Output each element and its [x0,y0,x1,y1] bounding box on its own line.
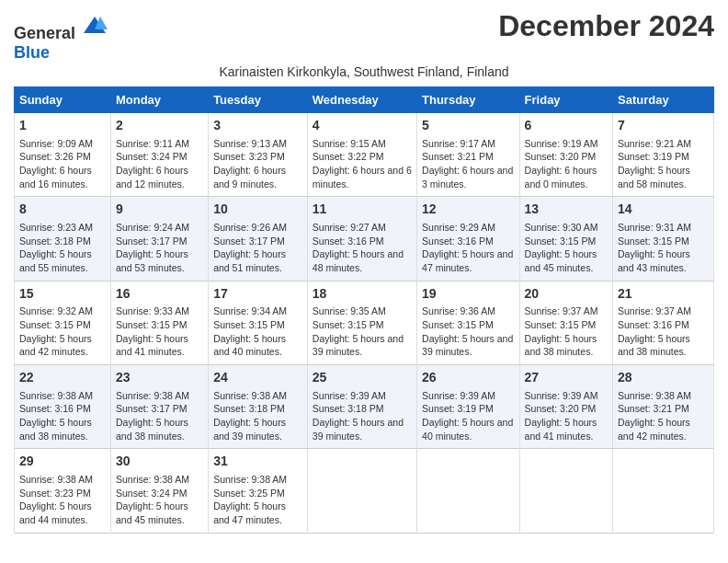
daylight-text: Daylight: 5 hours and 48 minutes. [313,248,404,273]
sunset-text: Sunset: 3:20 PM [525,151,597,162]
daylight-text: Daylight: 5 hours and 45 minutes. [525,248,597,273]
sunrise-text: Sunrise: 9:38 AM [19,474,93,485]
day-number: 26 [422,369,515,387]
sunrise-text: Sunrise: 9:39 AM [313,390,386,401]
daylight-text: Daylight: 5 hours and 38 minutes. [19,417,92,442]
sunset-text: Sunset: 3:16 PM [422,236,494,247]
sunset-text: Sunset: 3:15 PM [116,319,188,330]
calendar-cell [307,449,416,533]
calendar-cell: 24Sunrise: 9:38 AMSunset: 3:18 PMDayligh… [209,365,308,449]
sunset-text: Sunset: 3:15 PM [618,236,689,247]
day-number: 10 [213,201,302,219]
logo-general: General [14,24,75,42]
calendar-week-row: 1Sunrise: 9:09 AMSunset: 3:26 PMDaylight… [15,113,714,197]
calendar-cell: 2Sunrise: 9:11 AMSunset: 3:24 PMDaylight… [110,113,208,197]
sunset-text: Sunset: 3:16 PM [618,319,689,330]
daylight-text: Daylight: 5 hours and 43 minutes. [618,248,690,273]
calendar-cell: 26Sunrise: 9:39 AMSunset: 3:19 PMDayligh… [417,365,520,449]
sunset-text: Sunset: 3:15 PM [525,319,597,330]
sunrise-text: Sunrise: 9:33 AM [116,305,189,316]
sunrise-text: Sunrise: 9:38 AM [116,474,189,485]
sunrise-text: Sunrise: 9:39 AM [422,390,495,401]
daylight-text: Daylight: 5 hours and 51 minutes. [213,248,286,273]
daylight-text: Daylight: 5 hours and 53 minutes. [116,248,188,273]
sunset-text: Sunset: 3:20 PM [525,403,597,414]
day-number: 31 [213,453,302,471]
day-number: 11 [313,201,412,219]
sunset-text: Sunset: 3:15 PM [313,319,384,330]
calendar-cell: 5Sunrise: 9:17 AMSunset: 3:21 PMDaylight… [417,113,520,197]
sunrise-text: Sunrise: 9:19 AM [525,138,598,149]
column-header-wednesday: Wednesday [307,87,416,113]
page-header: General Blue December 2024 [14,9,714,63]
daylight-text: Daylight: 6 hours and 9 minutes. [213,165,286,190]
day-number: 6 [525,117,608,135]
sunset-text: Sunset: 3:22 PM [313,151,384,162]
calendar-header-row: SundayMondayTuesdayWednesdayThursdayFrid… [15,87,714,113]
sunrise-text: Sunrise: 9:36 AM [422,305,495,316]
column-header-thursday: Thursday [417,87,520,113]
day-number: 4 [313,117,412,135]
calendar-cell: 15Sunrise: 9:32 AMSunset: 3:15 PMDayligh… [15,281,111,364]
day-number: 24 [213,369,302,387]
calendar-cell [417,449,520,533]
sunset-text: Sunset: 3:25 PM [213,488,285,499]
daylight-text: Daylight: 5 hours and 47 minutes. [213,500,286,525]
calendar-cell: 18Sunrise: 9:35 AMSunset: 3:15 PMDayligh… [307,281,416,364]
sunrise-text: Sunrise: 9:39 AM [525,390,598,401]
daylight-text: Daylight: 5 hours and 58 minutes. [618,165,690,190]
daylight-text: Daylight: 6 hours and 12 minutes. [116,165,188,190]
calendar-cell: 9Sunrise: 9:24 AMSunset: 3:17 PMDaylight… [110,197,208,281]
logo-icon [82,13,108,39]
calendar-cell: 20Sunrise: 9:37 AMSunset: 3:15 PMDayligh… [519,281,612,364]
daylight-text: Daylight: 6 hours and 16 minutes. [19,165,92,190]
calendar-cell: 6Sunrise: 9:19 AMSunset: 3:20 PMDaylight… [519,113,612,197]
daylight-text: Daylight: 5 hours and 42 minutes. [618,417,690,442]
day-number: 25 [313,369,412,387]
daylight-text: Daylight: 5 hours and 38 minutes. [116,417,188,442]
calendar-table: SundayMondayTuesdayWednesdayThursdayFrid… [14,86,714,534]
day-number: 1 [19,117,106,135]
calendar-week-row: 15Sunrise: 9:32 AMSunset: 3:15 PMDayligh… [15,281,714,364]
day-number: 17 [213,285,302,304]
day-number: 16 [116,285,203,304]
sunset-text: Sunset: 3:18 PM [313,403,384,414]
sunrise-text: Sunrise: 9:34 AM [213,305,287,316]
calendar-cell: 17Sunrise: 9:34 AMSunset: 3:15 PMDayligh… [209,281,308,364]
calendar-cell: 27Sunrise: 9:39 AMSunset: 3:20 PMDayligh… [519,365,612,449]
daylight-text: Daylight: 5 hours and 47 minutes. [422,248,513,273]
sunrise-text: Sunrise: 9:26 AM [213,222,287,233]
day-number: 3 [213,117,302,135]
daylight-text: Daylight: 5 hours and 38 minutes. [618,333,690,358]
calendar-cell: 21Sunrise: 9:37 AMSunset: 3:16 PMDayligh… [613,281,714,364]
daylight-text: Daylight: 5 hours and 40 minutes. [213,333,286,358]
page-subtitle: Karinaisten Kirkonkyla, Southwest Finlan… [14,64,714,79]
sunrise-text: Sunrise: 9:38 AM [116,390,189,401]
sunrise-text: Sunrise: 9:11 AM [116,138,189,149]
day-number: 9 [116,201,203,219]
column-header-saturday: Saturday [613,87,714,113]
day-number: 22 [19,369,106,387]
day-number: 15 [19,285,106,304]
calendar-cell: 22Sunrise: 9:38 AMSunset: 3:16 PMDayligh… [15,365,111,449]
daylight-text: Daylight: 5 hours and 38 minutes. [525,333,597,358]
sunrise-text: Sunrise: 9:27 AM [313,222,386,233]
column-header-monday: Monday [110,87,208,113]
calendar-week-row: 8Sunrise: 9:23 AMSunset: 3:18 PMDaylight… [15,197,714,281]
sunset-text: Sunset: 3:15 PM [525,236,597,247]
day-number: 30 [116,453,203,471]
daylight-text: Daylight: 5 hours and 39 minutes. [422,333,513,358]
calendar-cell: 19Sunrise: 9:36 AMSunset: 3:15 PMDayligh… [417,281,520,364]
calendar-cell: 31Sunrise: 9:38 AMSunset: 3:25 PMDayligh… [209,449,308,533]
day-number: 8 [19,201,106,219]
sunrise-text: Sunrise: 9:23 AM [19,222,93,233]
sunset-text: Sunset: 3:17 PM [213,236,285,247]
calendar-cell: 16Sunrise: 9:33 AMSunset: 3:15 PMDayligh… [110,281,208,364]
sunrise-text: Sunrise: 9:24 AM [116,222,189,233]
day-number: 13 [525,201,608,219]
sunrise-text: Sunrise: 9:37 AM [618,305,691,316]
daylight-text: Daylight: 5 hours and 39 minutes. [213,417,286,442]
daylight-text: Daylight: 5 hours and 55 minutes. [19,248,92,273]
calendar-cell: 29Sunrise: 9:38 AMSunset: 3:23 PMDayligh… [15,449,111,533]
calendar-week-row: 22Sunrise: 9:38 AMSunset: 3:16 PMDayligh… [15,365,714,449]
